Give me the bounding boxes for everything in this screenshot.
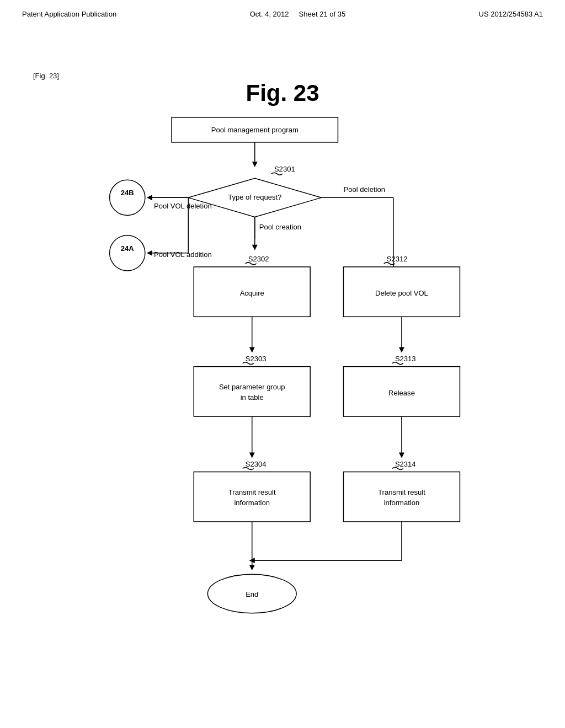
header-date: Oct. 4, 2012: [250, 10, 289, 18]
arrow-head-delete: [399, 347, 404, 353]
transmit-result-right-text-1: Transmit result: [378, 488, 425, 496]
fig-label: [Fig. 23]: [33, 72, 59, 80]
title-text: Pool management program: [211, 126, 299, 134]
set-parameter-text-2: in table: [241, 393, 264, 402]
s2304-label: S2304: [246, 460, 266, 468]
header-publication: Patent Application Publication: [22, 10, 116, 18]
release-text: Release: [388, 389, 415, 397]
transmit-result-right-text-2: information: [384, 499, 420, 507]
end-text: End: [246, 590, 258, 598]
arrow-head-setparam: [249, 452, 255, 458]
page-header: Patent Application Publication Oct. 4, 2…: [0, 0, 565, 24]
transmit-result-left-text-1: Transmit result: [228, 488, 276, 496]
header-date-sheet: Oct. 4, 2012 Sheet 21 of 35: [250, 10, 345, 18]
s2312-label: S2312: [387, 255, 408, 263]
node-24a-circle: [110, 235, 145, 271]
s2314-label: S2314: [395, 460, 416, 468]
set-parameter-text-1: Set parameter group: [219, 383, 285, 391]
transmit-result-left-text-2: information: [234, 499, 270, 507]
node-24b-circle: [110, 180, 145, 215]
fig-title: Fig. 23: [246, 80, 319, 106]
arrow-head-1: [252, 162, 258, 167]
pool-vol-addition-label: Pool VOL addition: [154, 250, 212, 259]
pool-deletion-branch-label: Pool deletion: [343, 185, 385, 194]
s2313-label: S2313: [395, 355, 416, 363]
header-patent-number: US 2012/254583 A1: [479, 10, 543, 18]
header-sheet: Sheet 21 of 35: [299, 10, 346, 18]
transmit-result-right-box: [343, 472, 460, 522]
set-parameter-box: [194, 367, 310, 416]
s2301-label: S2301: [274, 165, 295, 173]
delete-pool-vol-text: Delete pool VOL: [375, 289, 428, 297]
arrow-head-2: [252, 245, 258, 250]
arrow-head-3: [147, 195, 152, 200]
s2302-label: S2302: [248, 255, 269, 263]
decision-text: Type of request?: [228, 193, 281, 201]
pool-vol-deletion-label: Pool VOL deletion: [154, 202, 212, 210]
s2303-label: S2303: [246, 355, 266, 363]
arrow-head-end: [249, 565, 255, 570]
node-24a-label: 24A: [121, 244, 135, 253]
arrow-head-release: [399, 452, 404, 458]
node-24b-label: 24B: [121, 189, 134, 197]
arrow-head-acquire: [249, 347, 255, 353]
acquire-text: Acquire: [240, 289, 264, 297]
flowchart-container: Pool management program S2301 Pool delet…: [33, 110, 532, 695]
transmit-result-left-box: [194, 472, 310, 522]
pool-creation-label: Pool creation: [259, 223, 301, 231]
arrow-head-24a: [147, 250, 152, 256]
